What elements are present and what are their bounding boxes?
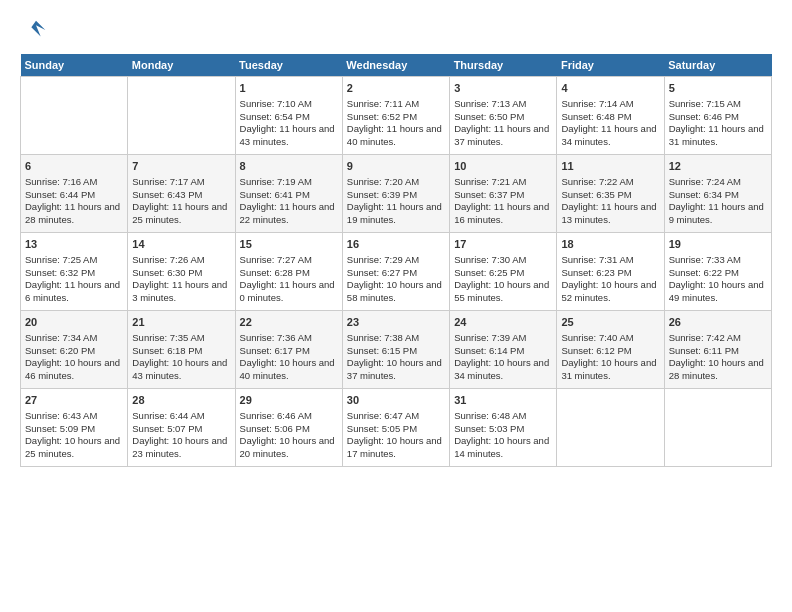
calendar-cell: 12Sunrise: 7:24 AM Sunset: 6:34 PM Dayli… <box>664 155 771 233</box>
calendar-week-row: 6Sunrise: 7:16 AM Sunset: 6:44 PM Daylig… <box>21 155 772 233</box>
header <box>20 16 772 44</box>
day-number: 8 <box>240 159 338 174</box>
calendar-week-row: 27Sunrise: 6:43 AM Sunset: 5:09 PM Dayli… <box>21 389 772 467</box>
calendar-cell: 16Sunrise: 7:29 AM Sunset: 6:27 PM Dayli… <box>342 233 449 311</box>
day-number: 1 <box>240 81 338 96</box>
calendar-cell: 27Sunrise: 6:43 AM Sunset: 5:09 PM Dayli… <box>21 389 128 467</box>
day-content: Sunrise: 7:39 AM Sunset: 6:14 PM Dayligh… <box>454 332 552 383</box>
day-content: Sunrise: 7:33 AM Sunset: 6:22 PM Dayligh… <box>669 254 767 305</box>
day-number: 20 <box>25 315 123 330</box>
day-number: 21 <box>132 315 230 330</box>
day-content: Sunrise: 7:20 AM Sunset: 6:39 PM Dayligh… <box>347 176 445 227</box>
calendar-cell: 14Sunrise: 7:26 AM Sunset: 6:30 PM Dayli… <box>128 233 235 311</box>
calendar-cell: 5Sunrise: 7:15 AM Sunset: 6:46 PM Daylig… <box>664 77 771 155</box>
calendar-cell: 26Sunrise: 7:42 AM Sunset: 6:11 PM Dayli… <box>664 311 771 389</box>
weekday-header: Sunday <box>21 54 128 77</box>
calendar-table: SundayMondayTuesdayWednesdayThursdayFrid… <box>20 54 772 467</box>
calendar-cell: 23Sunrise: 7:38 AM Sunset: 6:15 PM Dayli… <box>342 311 449 389</box>
day-content: Sunrise: 7:24 AM Sunset: 6:34 PM Dayligh… <box>669 176 767 227</box>
day-number: 12 <box>669 159 767 174</box>
day-content: Sunrise: 7:31 AM Sunset: 6:23 PM Dayligh… <box>561 254 659 305</box>
day-content: Sunrise: 7:30 AM Sunset: 6:25 PM Dayligh… <box>454 254 552 305</box>
day-content: Sunrise: 7:17 AM Sunset: 6:43 PM Dayligh… <box>132 176 230 227</box>
weekday-header: Tuesday <box>235 54 342 77</box>
day-number: 29 <box>240 393 338 408</box>
calendar-cell: 18Sunrise: 7:31 AM Sunset: 6:23 PM Dayli… <box>557 233 664 311</box>
calendar-body: 1Sunrise: 7:10 AM Sunset: 6:54 PM Daylig… <box>21 77 772 467</box>
day-number: 13 <box>25 237 123 252</box>
day-number: 3 <box>454 81 552 96</box>
calendar-cell <box>557 389 664 467</box>
day-number: 7 <box>132 159 230 174</box>
calendar-cell: 9Sunrise: 7:20 AM Sunset: 6:39 PM Daylig… <box>342 155 449 233</box>
day-number: 25 <box>561 315 659 330</box>
day-content: Sunrise: 7:34 AM Sunset: 6:20 PM Dayligh… <box>25 332 123 383</box>
calendar-cell: 28Sunrise: 6:44 AM Sunset: 5:07 PM Dayli… <box>128 389 235 467</box>
calendar-cell: 25Sunrise: 7:40 AM Sunset: 6:12 PM Dayli… <box>557 311 664 389</box>
day-content: Sunrise: 7:27 AM Sunset: 6:28 PM Dayligh… <box>240 254 338 305</box>
page-container: SundayMondayTuesdayWednesdayThursdayFrid… <box>0 0 792 477</box>
calendar-cell: 29Sunrise: 6:46 AM Sunset: 5:06 PM Dayli… <box>235 389 342 467</box>
calendar-week-row: 20Sunrise: 7:34 AM Sunset: 6:20 PM Dayli… <box>21 311 772 389</box>
calendar-cell: 24Sunrise: 7:39 AM Sunset: 6:14 PM Dayli… <box>450 311 557 389</box>
calendar-cell <box>664 389 771 467</box>
day-number: 14 <box>132 237 230 252</box>
calendar-cell: 20Sunrise: 7:34 AM Sunset: 6:20 PM Dayli… <box>21 311 128 389</box>
day-content: Sunrise: 7:22 AM Sunset: 6:35 PM Dayligh… <box>561 176 659 227</box>
logo-icon <box>22 16 50 44</box>
calendar-cell: 17Sunrise: 7:30 AM Sunset: 6:25 PM Dayli… <box>450 233 557 311</box>
calendar-week-row: 13Sunrise: 7:25 AM Sunset: 6:32 PM Dayli… <box>21 233 772 311</box>
weekday-header: Monday <box>128 54 235 77</box>
day-content: Sunrise: 7:16 AM Sunset: 6:44 PM Dayligh… <box>25 176 123 227</box>
day-number: 4 <box>561 81 659 96</box>
weekday-header: Friday <box>557 54 664 77</box>
day-number: 11 <box>561 159 659 174</box>
day-content: Sunrise: 7:15 AM Sunset: 6:46 PM Dayligh… <box>669 98 767 149</box>
calendar-cell <box>128 77 235 155</box>
day-number: 28 <box>132 393 230 408</box>
day-content: Sunrise: 6:44 AM Sunset: 5:07 PM Dayligh… <box>132 410 230 461</box>
day-content: Sunrise: 7:13 AM Sunset: 6:50 PM Dayligh… <box>454 98 552 149</box>
day-content: Sunrise: 7:38 AM Sunset: 6:15 PM Dayligh… <box>347 332 445 383</box>
day-number: 17 <box>454 237 552 252</box>
weekday-header: Wednesday <box>342 54 449 77</box>
day-content: Sunrise: 7:42 AM Sunset: 6:11 PM Dayligh… <box>669 332 767 383</box>
day-content: Sunrise: 7:40 AM Sunset: 6:12 PM Dayligh… <box>561 332 659 383</box>
day-content: Sunrise: 6:47 AM Sunset: 5:05 PM Dayligh… <box>347 410 445 461</box>
calendar-cell: 19Sunrise: 7:33 AM Sunset: 6:22 PM Dayli… <box>664 233 771 311</box>
calendar-cell: 1Sunrise: 7:10 AM Sunset: 6:54 PM Daylig… <box>235 77 342 155</box>
calendar-cell: 3Sunrise: 7:13 AM Sunset: 6:50 PM Daylig… <box>450 77 557 155</box>
calendar-cell: 13Sunrise: 7:25 AM Sunset: 6:32 PM Dayli… <box>21 233 128 311</box>
day-number: 6 <box>25 159 123 174</box>
calendar-header: SundayMondayTuesdayWednesdayThursdayFrid… <box>21 54 772 77</box>
calendar-cell: 30Sunrise: 6:47 AM Sunset: 5:05 PM Dayli… <box>342 389 449 467</box>
calendar-cell: 7Sunrise: 7:17 AM Sunset: 6:43 PM Daylig… <box>128 155 235 233</box>
day-number: 5 <box>669 81 767 96</box>
day-content: Sunrise: 7:29 AM Sunset: 6:27 PM Dayligh… <box>347 254 445 305</box>
calendar-cell: 21Sunrise: 7:35 AM Sunset: 6:18 PM Dayli… <box>128 311 235 389</box>
calendar-cell: 4Sunrise: 7:14 AM Sunset: 6:48 PM Daylig… <box>557 77 664 155</box>
day-content: Sunrise: 7:21 AM Sunset: 6:37 PM Dayligh… <box>454 176 552 227</box>
day-content: Sunrise: 7:19 AM Sunset: 6:41 PM Dayligh… <box>240 176 338 227</box>
calendar-cell <box>21 77 128 155</box>
day-number: 9 <box>347 159 445 174</box>
day-number: 26 <box>669 315 767 330</box>
day-number: 24 <box>454 315 552 330</box>
day-number: 23 <box>347 315 445 330</box>
calendar-cell: 6Sunrise: 7:16 AM Sunset: 6:44 PM Daylig… <box>21 155 128 233</box>
calendar-cell: 2Sunrise: 7:11 AM Sunset: 6:52 PM Daylig… <box>342 77 449 155</box>
day-number: 31 <box>454 393 552 408</box>
day-number: 16 <box>347 237 445 252</box>
day-content: Sunrise: 7:10 AM Sunset: 6:54 PM Dayligh… <box>240 98 338 149</box>
day-number: 15 <box>240 237 338 252</box>
day-content: Sunrise: 7:25 AM Sunset: 6:32 PM Dayligh… <box>25 254 123 305</box>
day-content: Sunrise: 6:48 AM Sunset: 5:03 PM Dayligh… <box>454 410 552 461</box>
day-number: 10 <box>454 159 552 174</box>
day-number: 19 <box>669 237 767 252</box>
calendar-cell: 11Sunrise: 7:22 AM Sunset: 6:35 PM Dayli… <box>557 155 664 233</box>
day-number: 22 <box>240 315 338 330</box>
calendar-week-row: 1Sunrise: 7:10 AM Sunset: 6:54 PM Daylig… <box>21 77 772 155</box>
calendar-cell: 22Sunrise: 7:36 AM Sunset: 6:17 PM Dayli… <box>235 311 342 389</box>
logo <box>20 16 50 44</box>
day-content: Sunrise: 7:11 AM Sunset: 6:52 PM Dayligh… <box>347 98 445 149</box>
